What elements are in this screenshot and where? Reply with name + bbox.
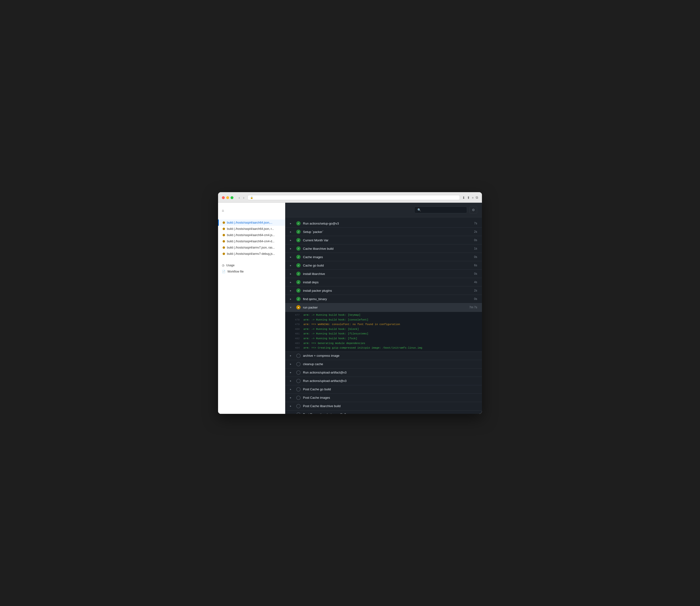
- success-icon: ✓: [296, 221, 301, 226]
- job-header: 🔍 ⚙: [285, 203, 482, 217]
- success-icon: ✓: [296, 238, 301, 242]
- chevron-right-icon: ▸: [290, 272, 294, 275]
- step-archive[interactable]: ▸ archive + compress image: [285, 352, 482, 360]
- step-duration: 0s: [474, 255, 477, 259]
- sidebar-job-job1[interactable]: build (./hosts/raspi4/aarch64.json,...: [218, 219, 285, 226]
- log-line-text: arm: -> Running build hook: [keymap]: [303, 313, 360, 318]
- log-line: 482 arm: -> Running build hook: [fsck]: [285, 336, 482, 341]
- run-details-label: [218, 257, 285, 262]
- step-name: install libarchive: [303, 272, 472, 276]
- new-tab-icon[interactable]: +: [472, 196, 474, 200]
- sidebar-job-job2[interactable]: build (./hosts/raspi4/aarch64.json, r...: [218, 226, 285, 232]
- step-name: install packer plugins: [303, 289, 472, 293]
- sidebar-job-job6[interactable]: build (./hosts/raspi4/armv7-debug.js...: [218, 251, 285, 257]
- log-line-number: 484: [290, 346, 300, 350]
- pending-icon: [296, 396, 301, 400]
- step-duration: 0s: [474, 238, 477, 242]
- step-setup[interactable]: ▸ ✓ Run actions/setup-go@v3 7s: [285, 219, 482, 228]
- log-line-number: 482: [290, 336, 300, 341]
- chevron-right-icon: ▸: [290, 230, 294, 233]
- step-duration: 4s: [474, 280, 477, 284]
- success-icon: ✓: [296, 230, 301, 234]
- sidebar: ⌂ build (./hosts/raspi4/aarch64.json,...…: [218, 203, 285, 414]
- log-line-text: arm: -> Running build hook: [consolefont…: [303, 318, 369, 322]
- app-body: ⌂ build (./hosts/raspi4/aarch64.json,...…: [218, 203, 482, 414]
- workflow-file-link[interactable]: 📄 Workflow file: [218, 269, 285, 275]
- step-install_deps[interactable]: ▸ ✓ install deps 4s: [285, 278, 482, 286]
- step-name: Run actions/upload-artifact@v3: [303, 371, 477, 374]
- browser-actions: ⬇ ⬆ + ⧉: [462, 195, 478, 200]
- browser-controls: ‹ ›: [238, 195, 245, 200]
- chevron-right-icon: ▸: [290, 281, 294, 284]
- chevron-right-icon: ▸: [290, 363, 294, 366]
- file-icon: 📄: [222, 270, 226, 273]
- job-status-dot: [223, 247, 225, 249]
- step-post_cache_lib[interactable]: ▸ Post Cache libarchive build: [285, 402, 482, 411]
- download-icon[interactable]: ⬇: [462, 196, 465, 200]
- traffic-lights: [222, 196, 233, 199]
- step-install_plugins[interactable]: ▸ ✓ install packer plugins 2s: [285, 286, 482, 295]
- pending-icon: [296, 404, 301, 408]
- success-icon: ✓: [296, 247, 301, 251]
- lock-icon: 🔒: [250, 196, 253, 199]
- step-name: archive + compress image: [303, 354, 477, 357]
- log-line: 477 arm: -> Running build hook: [keymap]: [285, 313, 482, 318]
- log-line-text: arm: -> Running build hook: [filesystems…: [303, 332, 369, 336]
- log-line-number: 481: [290, 332, 300, 336]
- job-label: build (./hosts/raspi4/armv7.json, ras...: [227, 246, 275, 249]
- pending-icon: [296, 362, 301, 366]
- forward-button[interactable]: ›: [242, 195, 246, 200]
- pending-icon: [296, 412, 301, 414]
- step-post_cache_go[interactable]: ▸ Post Cache go build: [285, 385, 482, 394]
- step-name: Post Cache go build: [303, 388, 477, 391]
- running-icon: ●: [296, 305, 301, 309]
- usage-link[interactable]: ◷ Usage: [218, 262, 285, 269]
- chevron-right-icon: ▸: [290, 289, 294, 292]
- step-post_cache_img[interactable]: ▸ Post Cache images: [285, 394, 482, 402]
- step-run_packer[interactable]: ▾ ● run packer 7m 7s: [285, 303, 482, 312]
- log-line-number: 483: [290, 342, 300, 346]
- step-gobuild[interactable]: ▸ ✓ Cache go build 6s: [285, 261, 482, 270]
- step-packer[interactable]: ▸ ✓ Setup `packer` 2s: [285, 228, 482, 236]
- step-find_qemu[interactable]: ▸ ✓ find qemu_binary 0s: [285, 295, 482, 303]
- browser-window: ‹ › 🔒 ⬇ ⬆ + ⧉ ⌂ build (./hosts/rasp: [218, 192, 482, 414]
- step-upload1[interactable]: ▸ Run actions/upload-artifact@v3: [285, 369, 482, 377]
- workflow-label: Workflow file: [228, 270, 244, 273]
- success-icon: ✓: [296, 272, 301, 276]
- sidebar-job-job5[interactable]: build (./hosts/raspi4/armv7.json, ras...: [218, 244, 285, 251]
- log-line-number: 479: [290, 322, 300, 327]
- step-images[interactable]: ▸ ✓ Cache images 0s: [285, 253, 482, 261]
- step-upload2[interactable]: ▸ Run actions/upload-artifact@v3: [285, 377, 482, 385]
- log-line-text: arm: -> Running build hook: [fsck]: [303, 336, 357, 341]
- minimize-button[interactable]: [226, 196, 229, 199]
- step-duration: 2s: [474, 289, 477, 292]
- address-bar[interactable]: 🔒: [248, 195, 460, 200]
- tabs-icon[interactable]: ⧉: [476, 195, 478, 200]
- step-install_lib[interactable]: ▸ ✓ install libarchive 0s: [285, 270, 482, 278]
- steps-list: ▸ ✓ Run actions/setup-go@v3 7s ▸ ✓ Setup…: [285, 217, 482, 414]
- step-libarchive[interactable]: ▸ ✓ Cache libarchive build 1s: [285, 244, 482, 253]
- search-logs-input[interactable]: 🔍: [414, 207, 467, 213]
- success-icon: ✓: [296, 255, 301, 259]
- chevron-right-icon: ▸: [290, 396, 294, 399]
- log-line-text: arm: ==> Creating gzip-compressed initcp…: [303, 346, 422, 350]
- share-icon[interactable]: ⬆: [467, 196, 470, 200]
- sidebar-job-job4[interactable]: build (./hosts/raspi4/aarch64-cm4-d...: [218, 238, 285, 244]
- log-line: 483 arm: ==> Generating module dependenc…: [285, 341, 482, 346]
- step-cleanup[interactable]: ▸ cleanup cache: [285, 360, 482, 369]
- step-monthvar[interactable]: ▸ ✓ Current Month Var 0s: [285, 236, 482, 244]
- log-line: 481 arm: -> Running build hook: [filesys…: [285, 331, 482, 336]
- step-post_setup[interactable]: ▸ Post Run actions/setup-go@v3: [285, 411, 482, 414]
- close-button[interactable]: [222, 196, 225, 199]
- sidebar-summary-link[interactable]: ⌂: [218, 207, 285, 214]
- pending-icon: [296, 354, 301, 358]
- chevron-right-icon: ▸: [290, 379, 294, 382]
- step-name: Cache images: [303, 255, 472, 259]
- job-status-dot: [223, 234, 225, 236]
- chevron-right-icon: ▸: [290, 256, 294, 259]
- sidebar-job-job3[interactable]: build (./hosts/raspi4/aarch64-cm4.js...: [218, 232, 285, 238]
- step-name: Cache libarchive build: [303, 247, 472, 251]
- fullscreen-button[interactable]: [231, 196, 233, 199]
- settings-button[interactable]: ⚙: [469, 206, 477, 214]
- back-button[interactable]: ‹: [238, 195, 241, 200]
